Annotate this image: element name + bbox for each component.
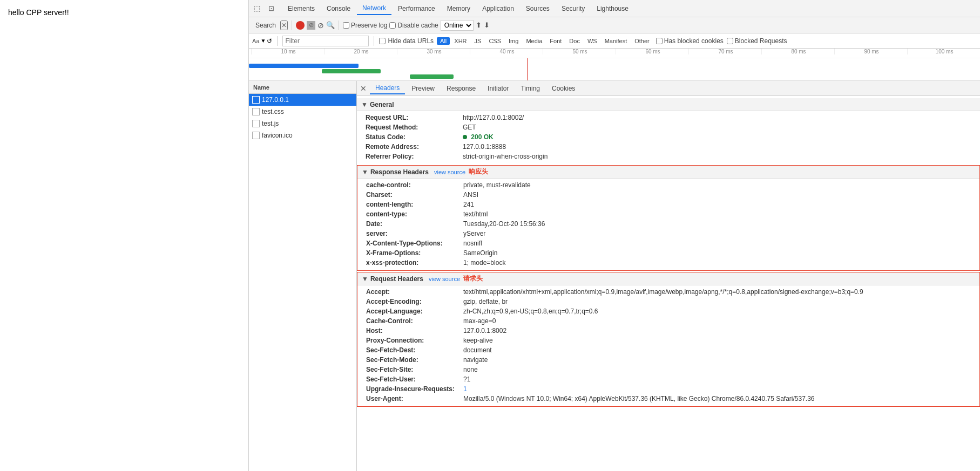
details-close-button[interactable]: ✕ bbox=[360, 84, 367, 93]
request-headers-section-header[interactable]: ▼ Request Headers view source 请求头 bbox=[357, 272, 979, 285]
devtools-icon-group: ⬚ ⊡ bbox=[251, 3, 277, 15]
tab-network[interactable]: Network bbox=[357, 2, 391, 15]
req-val-3: max-age=0 bbox=[463, 317, 971, 325]
disable-cache-label[interactable]: Disable cache bbox=[389, 22, 438, 29]
ruler-label-90ms: 90 ms bbox=[834, 49, 907, 54]
type-doc-button[interactable]: Doc bbox=[566, 37, 583, 45]
resp-key-5: server: bbox=[366, 230, 463, 237]
file-item-1[interactable]: test.css bbox=[249, 106, 356, 118]
blocked-requests-label[interactable]: Blocked Requests bbox=[727, 37, 787, 45]
file-item-3[interactable]: favicon.ico bbox=[249, 129, 356, 141]
filter-icon[interactable]: ⊘ bbox=[317, 21, 324, 30]
ruler-label-20ms: 20 ms bbox=[324, 49, 397, 54]
tab-headers[interactable]: Headers bbox=[370, 83, 405, 94]
req-val-0: text/html,application/xhtml+xml,applicat… bbox=[463, 288, 971, 296]
tab-console[interactable]: Console bbox=[321, 3, 356, 15]
record-button[interactable] bbox=[296, 21, 305, 30]
req-key-2: Accept-Language: bbox=[366, 308, 463, 315]
throttle-select[interactable]: Online bbox=[441, 20, 474, 31]
export-button[interactable]: ⬇ bbox=[484, 21, 490, 29]
resp-val-5: yServer bbox=[463, 230, 971, 237]
inspect-icon[interactable]: ⬚ bbox=[251, 3, 263, 15]
type-media-button[interactable]: Media bbox=[523, 37, 545, 45]
tab-security[interactable]: Security bbox=[556, 3, 590, 15]
ruler-label-40ms: 40 ms bbox=[470, 49, 543, 54]
type-manifest-button[interactable]: Manifest bbox=[601, 37, 631, 45]
status-code-row: Status Code: 200 OK bbox=[366, 133, 971, 142]
stop-button[interactable]: ⊘ bbox=[307, 21, 315, 30]
type-other-button[interactable]: Other bbox=[631, 37, 653, 45]
response-headers-annotation: 响应头 bbox=[469, 167, 488, 176]
disable-cache-checkbox[interactable] bbox=[389, 22, 396, 29]
response-headers-title: Response Headers bbox=[370, 168, 429, 176]
type-img-button[interactable]: Img bbox=[505, 37, 522, 45]
font-size-toggle[interactable]: ▼ bbox=[260, 38, 266, 44]
hide-data-urls-text: Hide data URLs bbox=[388, 37, 434, 45]
tab-sources[interactable]: Sources bbox=[521, 3, 555, 15]
req-val-7: navigate bbox=[463, 356, 971, 364]
file-item-2[interactable]: test.js bbox=[249, 118, 356, 129]
response-headers-section-header[interactable]: ▼ Response Headers view source 响应头 bbox=[357, 166, 979, 179]
req-key-4: Host: bbox=[366, 327, 463, 335]
page-title: hello CPP server!! bbox=[8, 8, 240, 17]
hide-data-urls-label[interactable]: Hide data URLs bbox=[379, 37, 434, 45]
tab-performance[interactable]: Performance bbox=[393, 3, 441, 15]
type-js-button[interactable]: JS bbox=[471, 37, 485, 45]
type-xhr-button[interactable]: XHR bbox=[451, 37, 470, 45]
has-blocked-cookies-checkbox[interactable] bbox=[656, 38, 663, 44]
referrer-policy-val: strict-origin-when-cross-origin bbox=[463, 153, 971, 160]
preserve-log-checkbox[interactable] bbox=[343, 22, 349, 29]
tab-timing[interactable]: Timing bbox=[515, 83, 545, 94]
req-row-0: Accept: text/html,application/xhtml+xml,… bbox=[366, 288, 971, 297]
req-key-9: Sec-Fetch-User: bbox=[366, 376, 463, 383]
type-css-button[interactable]: CSS bbox=[485, 37, 504, 45]
request-headers-view-source[interactable]: view source bbox=[429, 276, 460, 282]
req-val-11: Mozilla/5.0 (Windows NT 10.0; Win64; x64… bbox=[463, 395, 971, 402]
status-code-key: Status Code: bbox=[366, 133, 463, 141]
request-headers-arrow: ▼ bbox=[362, 275, 368, 283]
req-val-4: 127.0.0.1:8002 bbox=[463, 327, 971, 335]
tab-memory[interactable]: Memory bbox=[442, 3, 476, 15]
import-button[interactable]: ⬆ bbox=[476, 21, 482, 29]
refresh-icon[interactable]: ↺ bbox=[267, 37, 272, 45]
search-close-button[interactable]: ✕ bbox=[280, 21, 288, 30]
type-filters: All XHR JS CSS Img Media Font Doc WS Man… bbox=[437, 37, 653, 45]
file-item-0[interactable]: 127.0.0.1 bbox=[249, 94, 356, 106]
type-all-button[interactable]: All bbox=[437, 37, 450, 45]
resp-val-7: SameOrigin bbox=[463, 249, 971, 257]
req-key-1: Accept-Encoding: bbox=[366, 298, 463, 305]
type-font-button[interactable]: Font bbox=[546, 37, 565, 45]
timeline-red-line bbox=[527, 58, 528, 81]
headers-content: ▼ General Request URL: http://127.0.0.1:… bbox=[357, 96, 980, 410]
tab-application[interactable]: Application bbox=[477, 3, 519, 15]
resp-val-6: nosniff bbox=[463, 240, 971, 247]
general-section-header[interactable]: ▼ General bbox=[357, 98, 980, 111]
preserve-log-label[interactable]: Preserve log bbox=[343, 22, 387, 29]
filter-input[interactable] bbox=[282, 36, 369, 46]
file-icon-3 bbox=[252, 132, 260, 139]
tab-preview[interactable]: Preview bbox=[406, 83, 440, 94]
ruler-label-30ms: 30 ms bbox=[397, 49, 470, 54]
response-headers-view-source[interactable]: view source bbox=[434, 169, 465, 175]
tab-initiator[interactable]: Initiator bbox=[482, 83, 514, 94]
has-blocked-cookies-label[interactable]: Has blocked cookies bbox=[656, 37, 724, 45]
type-ws-button[interactable]: WS bbox=[584, 37, 600, 45]
device-icon[interactable]: ⊡ bbox=[265, 3, 277, 15]
resp-row-1: Charset: ANSI bbox=[366, 190, 971, 200]
req-row-10: Upgrade-Insecure-Requests: 1 bbox=[366, 385, 971, 394]
tab-lighthouse[interactable]: Lighthouse bbox=[591, 3, 634, 15]
main-split: Name 127.0.0.1 test.css test.js favicon.… bbox=[249, 81, 980, 471]
file-name-2: test.js bbox=[262, 120, 279, 127]
search-icon[interactable]: 🔍 bbox=[326, 21, 335, 29]
blocked-requests-checkbox[interactable] bbox=[727, 38, 733, 44]
disable-cache-text: Disable cache bbox=[397, 22, 438, 29]
tab-elements[interactable]: Elements bbox=[282, 3, 320, 15]
tab-response[interactable]: Response bbox=[441, 83, 481, 94]
tab-cookies[interactable]: Cookies bbox=[546, 83, 580, 94]
req-key-11: User-Agent: bbox=[366, 395, 463, 402]
req-val-10: 1 bbox=[463, 385, 971, 393]
ruler-label-50ms: 50 ms bbox=[543, 49, 616, 54]
hide-data-urls-checkbox[interactable] bbox=[379, 38, 386, 44]
resp-val-0: private, must-revalidate bbox=[463, 181, 971, 189]
referrer-policy-row: Referrer Policy: strict-origin-when-cros… bbox=[366, 152, 971, 162]
